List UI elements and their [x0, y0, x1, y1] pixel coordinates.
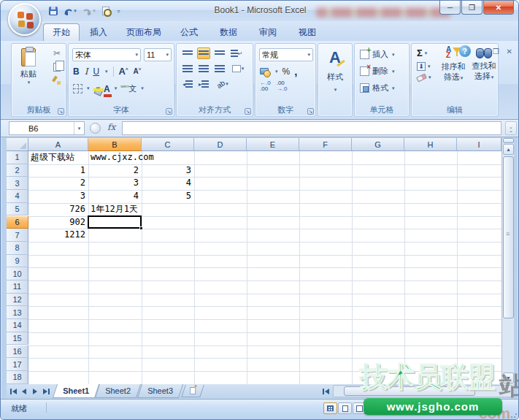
cell-A4[interactable]: 3 — [28, 190, 85, 203]
normal-view-button[interactable] — [323, 402, 337, 414]
workbook-minimize-button[interactable]: — — [478, 47, 485, 56]
clear-button[interactable]: ▾ — [417, 75, 431, 80]
cell-A6[interactable]: 902 — [28, 216, 85, 229]
row-header-2[interactable]: 2 — [7, 164, 28, 177]
tab-split-handle[interactable] — [320, 386, 331, 397]
styles-button[interactable]: A 样式 ▾ — [318, 50, 352, 93]
cell-B5[interactable]: 1年12月1天 — [91, 203, 138, 216]
ribbon-tab-4[interactable]: 公式 — [172, 23, 207, 41]
fx-icon[interactable]: fx — [107, 122, 115, 132]
workbook-close-button[interactable]: ✕ — [507, 47, 512, 56]
sheet-tab-sheet3[interactable]: Sheet3 — [137, 384, 183, 398]
wrap-text-button[interactable]: ↵ — [229, 47, 244, 59]
ribbon-tab-2[interactable]: 插入 — [81, 23, 116, 41]
cell-B3[interactable]: 3 — [88, 177, 139, 190]
column-header-G[interactable]: G — [352, 138, 404, 151]
name-box[interactable]: B6 ▾ — [9, 121, 85, 135]
resize-grip[interactable] — [510, 411, 518, 419]
underline-button[interactable]: U — [93, 66, 99, 77]
align-bottom-button[interactable] — [213, 47, 226, 59]
row-header-12[interactable]: 12 — [7, 294, 28, 307]
office-button[interactable] — [8, 3, 41, 36]
align-left-button[interactable] — [181, 63, 194, 75]
grow-font-button[interactable]: A˄ — [119, 66, 128, 77]
row-header-16[interactable]: 16 — [7, 345, 28, 359]
vertical-scrollbar[interactable]: ▲ ▼ — [501, 138, 514, 384]
name-box-dropdown-icon[interactable]: ▾ — [74, 122, 84, 134]
row-header-15[interactable]: 15 — [7, 332, 28, 345]
cell-A3[interactable]: 2 — [28, 177, 85, 190]
column-header-A[interactable]: A — [28, 138, 88, 151]
sheet-tab-sheet2[interactable]: Sheet2 — [95, 384, 141, 398]
ribbon-tab-1[interactable]: 开始 — [43, 23, 80, 41]
number-format-combo[interactable]: 常规▾ — [259, 48, 313, 61]
cell-A7[interactable]: 1212 — [28, 229, 85, 242]
column-header-E[interactable]: E — [247, 138, 299, 151]
percent-style-button[interactable]: % — [282, 66, 291, 77]
decrease-decimal-button[interactable]: .00→.0 — [277, 80, 288, 92]
cell-C3[interactable]: 4 — [142, 177, 191, 190]
sheet-tab-sheet1[interactable]: Sheet1 — [53, 384, 99, 398]
align-middle-button[interactable] — [197, 47, 210, 59]
align-right-button[interactable] — [213, 63, 226, 75]
row-header-1[interactable]: 1 — [7, 151, 28, 164]
workbook-restore-button[interactable]: ❐ — [493, 47, 499, 56]
row-header-4[interactable]: 4 — [7, 190, 28, 203]
cell-B1[interactable]: www.cjxz.com — [91, 151, 154, 164]
cell-A2[interactable]: 1 — [28, 164, 85, 177]
decrease-indent-button[interactable]: ◂ — [181, 78, 194, 90]
cell-B4[interactable]: 4 — [88, 190, 139, 203]
cell-A1[interactable]: 超级下载站 — [31, 151, 74, 164]
format-cells-button[interactable]: 格式▾ — [360, 83, 395, 93]
align-center-button[interactable] — [197, 63, 210, 75]
row-header-18[interactable]: 18 — [7, 371, 28, 384]
row-header-8[interactable]: 8 — [7, 242, 28, 255]
column-header-B[interactable]: B — [88, 138, 142, 151]
ribbon-tab-7[interactable]: 视图 — [290, 23, 325, 41]
phonetic-button[interactable]: wén文 — [120, 83, 137, 94]
active-cell-B6[interactable] — [88, 215, 142, 229]
column-header-C[interactable]: C — [142, 138, 194, 151]
row-header-11[interactable]: 11 — [7, 280, 28, 294]
save-button[interactable] — [46, 4, 61, 18]
borders-button[interactable] — [73, 84, 82, 93]
page-layout-view-button[interactable] — [338, 402, 352, 414]
cut-button[interactable]: ✂ — [53, 48, 61, 58]
prev-sheet-button[interactable] — [19, 386, 29, 397]
alignment-dialog-launcher[interactable]: ↘ — [245, 108, 251, 115]
autosum-button[interactable]: Σ▾ — [417, 47, 431, 58]
ribbon-tab-6[interactable]: 审阅 — [250, 23, 285, 41]
fill-handle[interactable] — [139, 226, 143, 230]
insert-worksheet-tab[interactable] — [181, 385, 204, 397]
next-sheet-button[interactable] — [30, 386, 40, 397]
formula-bar-expand-button[interactable]: ⌄⌄ — [505, 121, 517, 135]
cell-A5[interactable]: 726 — [28, 203, 85, 216]
clipboard-dialog-launcher[interactable]: ↘ — [58, 108, 64, 115]
row-header-10[interactable]: 10 — [7, 267, 28, 280]
print-preview-button[interactable] — [99, 4, 113, 18]
shrink-font-button[interactable]: A˅ — [134, 67, 142, 75]
underline-dropdown-icon[interactable]: ▾ — [105, 69, 108, 75]
row-header-7[interactable]: 7 — [7, 229, 28, 242]
undo-dropdown-icon[interactable]: ▾ — [74, 8, 77, 14]
font-name-combo[interactable]: 宋体▾ — [72, 48, 141, 61]
row-header-3[interactable]: 3 — [7, 177, 28, 190]
scroll-up-button[interactable]: ▲ — [503, 144, 514, 155]
font-color-button[interactable]: A — [104, 82, 110, 95]
number-dialog-launcher[interactable]: ↘ — [307, 108, 314, 115]
close-button[interactable]: ✕ — [483, 1, 514, 15]
formula-input[interactable] — [122, 121, 501, 135]
ribbon-tab-3[interactable]: 页面布局 — [118, 23, 170, 41]
vertical-split-handle[interactable] — [503, 138, 514, 143]
row-header-17[interactable]: 17 — [7, 358, 28, 371]
column-header-F[interactable]: F — [299, 138, 352, 151]
minimize-button[interactable]: ─ — [439, 1, 461, 15]
customize-qat-button[interactable]: ▿ — [113, 4, 123, 18]
merge-center-button[interactable]: ▾ — [229, 63, 247, 75]
format-painter-button[interactable] — [53, 76, 61, 85]
ribbon-tab-5[interactable]: 数据 — [211, 23, 246, 41]
vertical-scroll-thumb[interactable] — [503, 156, 514, 318]
restore-button[interactable]: ❐ — [461, 1, 483, 15]
cell-B2[interactable]: 2 — [88, 164, 139, 177]
redo-button[interactable]: ▾ — [80, 4, 99, 18]
